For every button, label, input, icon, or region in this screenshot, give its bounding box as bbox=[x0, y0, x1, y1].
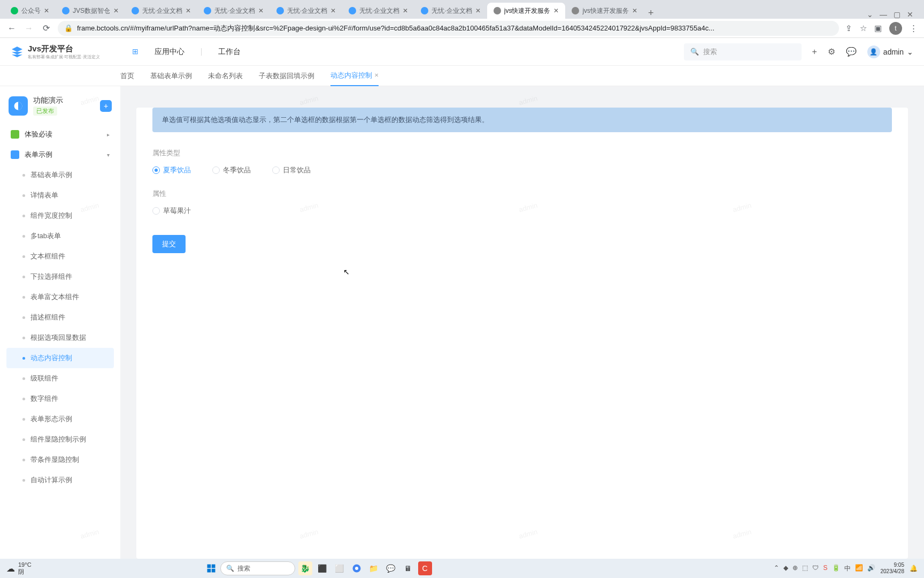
share-icon[interactable]: ⇪ bbox=[845, 24, 852, 33]
nav-app-center[interactable]: 应用中心 bbox=[155, 47, 184, 57]
minimize-icon[interactable]: — bbox=[880, 10, 887, 19]
close-tab-icon[interactable]: ✕ bbox=[475, 7, 481, 14]
browser-tab[interactable]: 无忧·企业文档✕ bbox=[197, 3, 270, 19]
chevron-down-icon[interactable]: ⌄ bbox=[867, 10, 873, 19]
grid-icon[interactable]: ⊞ bbox=[132, 47, 138, 57]
sidebar-item[interactable]: 表单富文本组件 bbox=[6, 287, 114, 307]
maximize-icon[interactable]: ▢ bbox=[894, 10, 900, 19]
url-bar[interactable]: 🔒 frame.bctools.cn/#/myiframe/urlPath?na… bbox=[58, 21, 839, 36]
tray-icon-1[interactable]: ◆ bbox=[783, 564, 788, 573]
tray-volume-icon[interactable]: 🔊 bbox=[867, 564, 875, 573]
chat-icon[interactable]: 💬 bbox=[846, 47, 857, 57]
sidebar-item-label: 组件显隐控制示例 bbox=[30, 435, 86, 444]
tab-favicon bbox=[204, 7, 211, 14]
close-window-icon[interactable]: ✕ bbox=[907, 10, 913, 19]
explorer-icon[interactable]: 📁 bbox=[367, 561, 381, 575]
browser-tab[interactable]: JVS数据智仓✕ bbox=[56, 3, 125, 19]
taskbar-app-7[interactable]: 🖥 bbox=[401, 561, 415, 575]
start-button[interactable] bbox=[205, 562, 217, 574]
page-tab[interactable]: 子表数据回填示例 bbox=[259, 66, 314, 86]
sidebar-item[interactable]: 数字组件 bbox=[6, 389, 114, 409]
radio-option[interactable]: 日常饮品 bbox=[272, 165, 311, 175]
browser-tab[interactable]: 公众号✕ bbox=[4, 3, 56, 19]
taskbar-app-2[interactable]: ⬛ bbox=[315, 561, 329, 575]
close-tab-icon[interactable]: ✕ bbox=[258, 7, 264, 14]
browser-tab[interactable]: 无忧·企业文档✕ bbox=[125, 3, 197, 19]
close-tab-icon[interactable]: ✕ bbox=[113, 7, 119, 14]
submit-button[interactable]: 提交 bbox=[152, 235, 186, 253]
radio-option[interactable]: 草莓果汁 bbox=[152, 206, 191, 216]
browser-tab[interactable]: 无忧·企业文档✕ bbox=[270, 3, 342, 19]
close-tab-icon[interactable]: ✕ bbox=[632, 7, 637, 14]
tray-icon-3[interactable]: ⬚ bbox=[802, 564, 808, 573]
sidebar-item[interactable]: 基础表单示例 bbox=[6, 165, 114, 185]
sidebar-item[interactable]: 带条件显隐控制 bbox=[6, 450, 114, 470]
close-tab-icon[interactable]: ✕ bbox=[403, 7, 408, 14]
browser-tab[interactable]: 无忧·企业文档✕ bbox=[342, 3, 414, 19]
browser-tab[interactable]: jvs快速开发服务✕ bbox=[565, 3, 644, 19]
add-button[interactable]: + bbox=[100, 100, 112, 112]
extensions-icon[interactable]: ▣ bbox=[874, 24, 882, 33]
close-tab-icon[interactable]: ✕ bbox=[330, 7, 336, 14]
page-tab[interactable]: 首页 bbox=[120, 66, 134, 86]
profile-avatar[interactable]: t bbox=[889, 22, 902, 35]
page-tab[interactable]: 动态内容控制✕ bbox=[330, 66, 379, 86]
sidebar-item[interactable]: 文本框组件 bbox=[6, 246, 114, 267]
content-area: 单选值可根据其他选项值动态显示，第二个单选框的数据根据第一个单选框的数据动态筛选… bbox=[120, 86, 924, 559]
page-tab[interactable]: 基础表单示例 bbox=[150, 66, 192, 86]
tray-wifi-icon[interactable]: 📶 bbox=[855, 564, 863, 573]
taskbar-app-3[interactable]: ⬜ bbox=[333, 561, 346, 575]
browser-tab[interactable]: jvs快速开发服务✕ bbox=[487, 3, 566, 19]
form-label-type: 属性类型 bbox=[152, 148, 892, 158]
weather-widget[interactable]: ☁ 19°C 阴 bbox=[6, 561, 32, 576]
close-tab-icon[interactable]: ✕ bbox=[374, 72, 379, 78]
settings-icon[interactable]: ⚙ bbox=[828, 47, 835, 57]
close-tab-icon[interactable]: ✕ bbox=[44, 7, 49, 14]
star-icon[interactable]: ☆ bbox=[860, 24, 867, 33]
sidebar-item[interactable]: 根据选项回显数据 bbox=[6, 328, 114, 348]
sidebar-group[interactable]: 体验必读▸ bbox=[6, 124, 114, 144]
sidebar-group[interactable]: 表单示例▾ bbox=[6, 144, 114, 165]
sidebar-item[interactable]: 详情表单 bbox=[6, 185, 114, 206]
radio-option[interactable]: 夏季饮品 bbox=[152, 165, 191, 175]
reload-button[interactable]: ⟳ bbox=[41, 23, 51, 33]
taskbar-app-1[interactable]: 🐉 bbox=[298, 561, 312, 575]
sidebar-item[interactable]: 组件宽度控制 bbox=[6, 206, 114, 226]
taskbar-search[interactable]: 🔍 搜索 bbox=[220, 561, 295, 575]
sidebar-item[interactable]: 动态内容控制 bbox=[6, 348, 114, 368]
tray-icon-5[interactable]: S bbox=[823, 564, 827, 573]
add-icon[interactable]: + bbox=[812, 47, 817, 57]
page-tab[interactable]: 未命名列表 bbox=[208, 66, 243, 86]
radio-group-attr: 草莓果汁 bbox=[152, 206, 892, 216]
sidebar-item[interactable]: 描述框组件 bbox=[6, 307, 114, 328]
sidebar-item[interactable]: 多tab表单 bbox=[6, 226, 114, 246]
close-tab-icon[interactable]: ✕ bbox=[186, 7, 191, 14]
sidebar-item[interactable]: 下拉选择组件 bbox=[6, 267, 114, 287]
forward-button[interactable]: → bbox=[24, 24, 34, 33]
close-tab-icon[interactable]: ✕ bbox=[553, 7, 559, 14]
browser-tab[interactable]: 无忧·企业文档✕ bbox=[414, 3, 487, 19]
tray-icon-4[interactable]: 🛡 bbox=[812, 564, 819, 573]
taskbar-app-8[interactable]: C bbox=[418, 561, 432, 575]
nav-workspace[interactable]: 工作台 bbox=[218, 47, 241, 57]
tray-icon-6[interactable]: 🔋 bbox=[832, 564, 840, 573]
chevron-down-icon: ⌄ bbox=[907, 48, 913, 56]
menu-icon[interactable]: ⋮ bbox=[910, 24, 918, 33]
search-input[interactable]: 🔍 搜索 bbox=[684, 43, 802, 60]
tray-lang-icon[interactable]: 中 bbox=[844, 564, 851, 573]
new-tab-button[interactable]: + bbox=[644, 7, 658, 19]
wechat-icon[interactable]: 💬 bbox=[384, 561, 398, 575]
sidebar-item[interactable]: 表单形态示例 bbox=[6, 409, 114, 429]
sidebar-item[interactable]: 组件显隐控制示例 bbox=[6, 429, 114, 450]
clock[interactable]: 9:05 2023/4/28 bbox=[881, 562, 905, 575]
radio-option[interactable]: 冬季饮品 bbox=[212, 165, 251, 175]
chrome-icon[interactable] bbox=[350, 561, 364, 575]
tray-chevron-icon[interactable]: ⌃ bbox=[774, 564, 779, 573]
back-button[interactable]: ← bbox=[6, 24, 17, 33]
tray-icon-2[interactable]: ⊕ bbox=[792, 564, 798, 573]
logo[interactable]: Jvs开发平台 私有部署·集成扩展·可视配置·灵活定义 bbox=[11, 44, 100, 60]
notification-icon[interactable]: 🔔 bbox=[910, 565, 918, 572]
sidebar-item[interactable]: 级联组件 bbox=[6, 368, 114, 389]
sidebar-item[interactable]: 自动计算示例 bbox=[6, 470, 114, 490]
user-menu[interactable]: 👤 admin ⌄ bbox=[867, 45, 913, 58]
